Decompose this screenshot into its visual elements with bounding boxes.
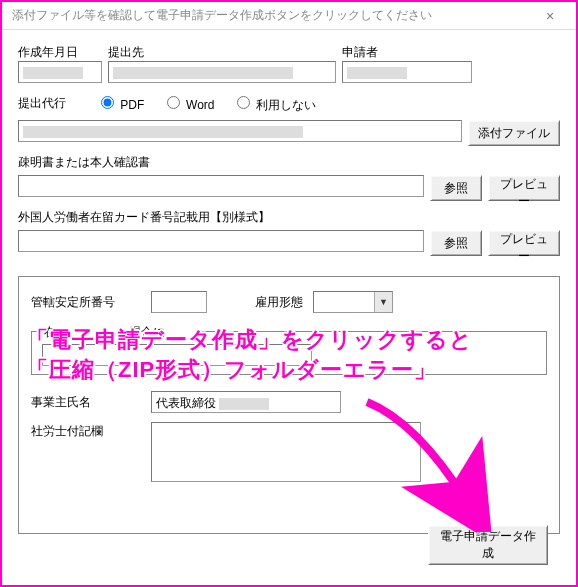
header-applicant: 申請者 [342,44,472,61]
employment-type-label: 雇用形態 [255,294,303,311]
title-bar: 添付ファイル等を確認して電子申請データ作成ボタンをクリックしてください × [2,2,576,30]
owner-field[interactable]: 代表取締役 [151,391,341,413]
proxy-radio-group: PDF Word 利用しない [96,93,330,114]
proxy-path-field[interactable] [18,120,462,142]
close-icon[interactable]: × [530,4,570,28]
file2-label: 外国人労働者在留カード番号記載用【別様式】 [18,209,560,226]
file2-path-field[interactable] [18,230,424,252]
file2-preview-button[interactable]: プレビュー [488,230,560,256]
office-number-label: 管轄安定所番号 [31,294,141,311]
memo-field[interactable] [151,422,421,482]
office-number-field[interactable] [151,291,207,313]
file1-browse-button[interactable]: 参照 [430,175,482,201]
header-destination: 提出先 [108,44,336,61]
file1-path-field[interactable] [18,175,424,197]
memo-label: 社労士付記欄 [31,423,141,440]
destination-field[interactable] [108,61,336,83]
employment-type-select[interactable]: ▼ [313,291,393,313]
radio-none[interactable]: 利用しない [232,98,316,112]
file1-preview-button[interactable]: プレビュー [488,175,560,201]
inner-group: 在 場合に [31,331,547,375]
radio-word[interactable]: Word [162,98,215,112]
attach-file-button[interactable]: 添付ファイル [468,120,560,146]
window-title: 添付ファイル等を確認して電子申請データ作成ボタンをクリックしてください [12,7,432,24]
applicant-field[interactable] [342,61,472,83]
radio-pdf[interactable]: PDF [96,98,144,112]
lower-group: 管轄安定所番号 雇用形態 ▼ 在 場合に 事業主氏名 代表取締役 [18,276,560,534]
file1-label: 疎明書または本人確認書 [18,154,560,171]
proxy-label: 提出代行 [18,95,90,112]
creation-date-field[interactable] [18,61,102,83]
create-data-button[interactable]: 電子申請データ作成 [428,525,548,565]
file2-browse-button[interactable]: 参照 [430,230,482,256]
inner-legend: 在 場合に [40,324,196,341]
header-creation-date: 作成年月日 [18,44,102,61]
chevron-down-icon: ▼ [374,292,392,312]
owner-value-prefix: 代表取締役 [156,396,216,410]
inner-field[interactable] [42,344,312,366]
owner-label: 事業主氏名 [31,394,141,411]
